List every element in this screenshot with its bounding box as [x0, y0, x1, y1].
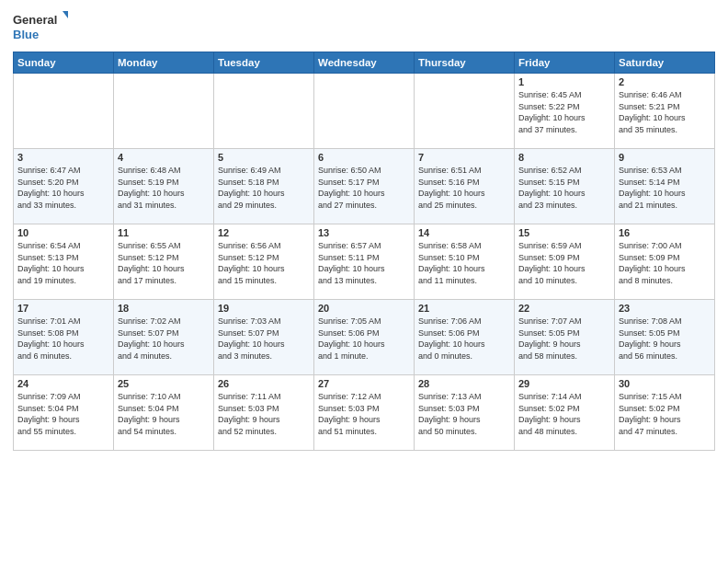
day-info: Sunrise: 6:53 AMSunset: 5:14 PMDaylight:… [619, 165, 711, 211]
calendar-week-row: 10Sunrise: 6:54 AMSunset: 5:13 PMDayligh… [14, 224, 715, 300]
calendar-week-row: 1Sunrise: 6:45 AMSunset: 5:22 PMDaylight… [14, 74, 715, 149]
calendar-cell: 25Sunrise: 7:10 AMSunset: 5:04 PMDayligh… [114, 375, 214, 451]
day-info: Sunrise: 7:14 AMSunset: 5:02 PMDaylight:… [518, 391, 610, 437]
day-info: Sunrise: 6:47 AMSunset: 5:20 PMDaylight:… [17, 165, 109, 211]
day-number: 28 [418, 378, 510, 389]
day-info: Sunrise: 7:05 AMSunset: 5:06 PMDaylight:… [318, 316, 410, 362]
weekday-header-saturday: Saturday [615, 52, 715, 74]
calendar-cell [214, 74, 314, 149]
calendar-cell: 3Sunrise: 6:47 AMSunset: 5:20 PMDaylight… [14, 149, 114, 224]
day-number: 5 [218, 152, 310, 163]
day-info: Sunrise: 6:59 AMSunset: 5:09 PMDaylight:… [518, 240, 610, 286]
calendar-cell: 27Sunrise: 7:12 AMSunset: 5:03 PMDayligh… [314, 375, 415, 451]
day-number: 19 [218, 303, 310, 314]
calendar-cell: 21Sunrise: 7:06 AMSunset: 5:06 PMDayligh… [415, 300, 515, 375]
day-number: 16 [619, 227, 711, 238]
calendar-cell: 18Sunrise: 7:02 AMSunset: 5:07 PMDayligh… [114, 300, 214, 375]
calendar-cell: 10Sunrise: 6:54 AMSunset: 5:13 PMDayligh… [14, 224, 114, 300]
weekday-header-wednesday: Wednesday [314, 52, 415, 74]
day-number: 17 [17, 303, 109, 314]
day-info: Sunrise: 6:52 AMSunset: 5:15 PMDaylight:… [518, 165, 610, 211]
day-info: Sunrise: 6:51 AMSunset: 5:16 PMDaylight:… [418, 165, 510, 211]
day-number: 25 [118, 378, 210, 389]
day-info: Sunrise: 7:01 AMSunset: 5:08 PMDaylight:… [17, 316, 109, 362]
calendar-week-row: 17Sunrise: 7:01 AMSunset: 5:08 PMDayligh… [14, 300, 715, 375]
day-info: Sunrise: 7:08 AMSunset: 5:05 PMDaylight:… [619, 316, 711, 362]
day-info: Sunrise: 6:56 AMSunset: 5:12 PMDaylight:… [218, 240, 310, 286]
day-number: 21 [418, 303, 510, 314]
calendar-cell: 22Sunrise: 7:07 AMSunset: 5:05 PMDayligh… [515, 300, 615, 375]
weekday-header-tuesday: Tuesday [214, 52, 314, 74]
calendar-table: SundayMondayTuesdayWednesdayThursdayFrid… [13, 52, 715, 451]
calendar-cell: 16Sunrise: 7:00 AMSunset: 5:09 PMDayligh… [615, 224, 715, 300]
calendar-cell: 19Sunrise: 7:03 AMSunset: 5:07 PMDayligh… [214, 300, 314, 375]
day-info: Sunrise: 7:13 AMSunset: 5:03 PMDaylight:… [418, 391, 510, 437]
day-number: 18 [118, 303, 210, 314]
calendar-cell: 12Sunrise: 6:56 AMSunset: 5:12 PMDayligh… [214, 224, 314, 300]
day-number: 7 [418, 152, 510, 163]
day-number: 27 [318, 378, 410, 389]
calendar-cell: 2Sunrise: 6:46 AMSunset: 5:21 PMDaylight… [615, 74, 715, 149]
calendar-cell: 15Sunrise: 6:59 AMSunset: 5:09 PMDayligh… [515, 224, 615, 300]
day-number: 10 [17, 227, 109, 238]
calendar-cell: 17Sunrise: 7:01 AMSunset: 5:08 PMDayligh… [14, 300, 114, 375]
day-number: 30 [619, 378, 711, 389]
calendar-cell: 20Sunrise: 7:05 AMSunset: 5:06 PMDayligh… [314, 300, 415, 375]
calendar-cell [415, 74, 515, 149]
day-number: 24 [17, 378, 109, 389]
svg-text:Blue: Blue [13, 28, 39, 41]
day-info: Sunrise: 7:07 AMSunset: 5:05 PMDaylight:… [518, 316, 610, 362]
day-number: 4 [118, 152, 210, 163]
day-info: Sunrise: 7:11 AMSunset: 5:03 PMDaylight:… [218, 391, 310, 437]
day-number: 23 [619, 303, 711, 314]
day-info: Sunrise: 7:09 AMSunset: 5:04 PMDaylight:… [17, 391, 109, 437]
day-number: 14 [418, 227, 510, 238]
calendar-cell [314, 74, 415, 149]
day-info: Sunrise: 6:48 AMSunset: 5:19 PMDaylight:… [118, 165, 210, 211]
weekday-header-monday: Monday [114, 52, 214, 74]
day-info: Sunrise: 7:06 AMSunset: 5:06 PMDaylight:… [418, 316, 510, 362]
day-number: 6 [318, 152, 410, 163]
day-number: 13 [318, 227, 410, 238]
day-number: 12 [218, 227, 310, 238]
calendar-cell [14, 74, 114, 149]
logo-svg: General Blue [13, 9, 68, 44]
weekday-header-sunday: Sunday [14, 52, 114, 74]
day-number: 9 [619, 152, 711, 163]
calendar-cell: 26Sunrise: 7:11 AMSunset: 5:03 PMDayligh… [214, 375, 314, 451]
page-container: General Blue SundayMondayTuesdayWednesda… [0, 0, 728, 458]
calendar-cell: 23Sunrise: 7:08 AMSunset: 5:05 PMDayligh… [615, 300, 715, 375]
calendar-cell: 8Sunrise: 6:52 AMSunset: 5:15 PMDaylight… [515, 149, 615, 224]
day-info: Sunrise: 6:58 AMSunset: 5:10 PMDaylight:… [418, 240, 510, 286]
svg-text:General: General [13, 13, 57, 27]
weekday-header-thursday: Thursday [415, 52, 515, 74]
calendar-cell: 6Sunrise: 6:50 AMSunset: 5:17 PMDaylight… [314, 149, 415, 224]
calendar-cell: 28Sunrise: 7:13 AMSunset: 5:03 PMDayligh… [415, 375, 515, 451]
day-number: 20 [318, 303, 410, 314]
day-info: Sunrise: 6:49 AMSunset: 5:18 PMDaylight:… [218, 165, 310, 211]
day-info: Sunrise: 7:02 AMSunset: 5:07 PMDaylight:… [118, 316, 210, 362]
logo: General Blue [13, 9, 68, 44]
calendar-cell: 30Sunrise: 7:15 AMSunset: 5:02 PMDayligh… [615, 375, 715, 451]
day-number: 22 [518, 303, 610, 314]
calendar-cell: 9Sunrise: 6:53 AMSunset: 5:14 PMDaylight… [615, 149, 715, 224]
day-number: 3 [17, 152, 109, 163]
calendar-cell: 24Sunrise: 7:09 AMSunset: 5:04 PMDayligh… [14, 375, 114, 451]
calendar-cell: 7Sunrise: 6:51 AMSunset: 5:16 PMDaylight… [415, 149, 515, 224]
weekday-header-row: SundayMondayTuesdayWednesdayThursdayFrid… [14, 52, 715, 74]
page-header: General Blue [13, 9, 715, 44]
day-number: 26 [218, 378, 310, 389]
calendar-cell: 1Sunrise: 6:45 AMSunset: 5:22 PMDaylight… [515, 74, 615, 149]
day-info: Sunrise: 7:03 AMSunset: 5:07 PMDaylight:… [218, 316, 310, 362]
calendar-cell: 4Sunrise: 6:48 AMSunset: 5:19 PMDaylight… [114, 149, 214, 224]
day-number: 8 [518, 152, 610, 163]
day-info: Sunrise: 6:54 AMSunset: 5:13 PMDaylight:… [17, 240, 109, 286]
day-info: Sunrise: 6:55 AMSunset: 5:12 PMDaylight:… [118, 240, 210, 286]
calendar-cell: 5Sunrise: 6:49 AMSunset: 5:18 PMDaylight… [214, 149, 314, 224]
calendar-cell: 13Sunrise: 6:57 AMSunset: 5:11 PMDayligh… [314, 224, 415, 300]
calendar-week-row: 24Sunrise: 7:09 AMSunset: 5:04 PMDayligh… [14, 375, 715, 451]
day-number: 11 [118, 227, 210, 238]
day-info: Sunrise: 6:57 AMSunset: 5:11 PMDaylight:… [318, 240, 410, 286]
day-number: 15 [518, 227, 610, 238]
day-number: 1 [518, 76, 610, 87]
